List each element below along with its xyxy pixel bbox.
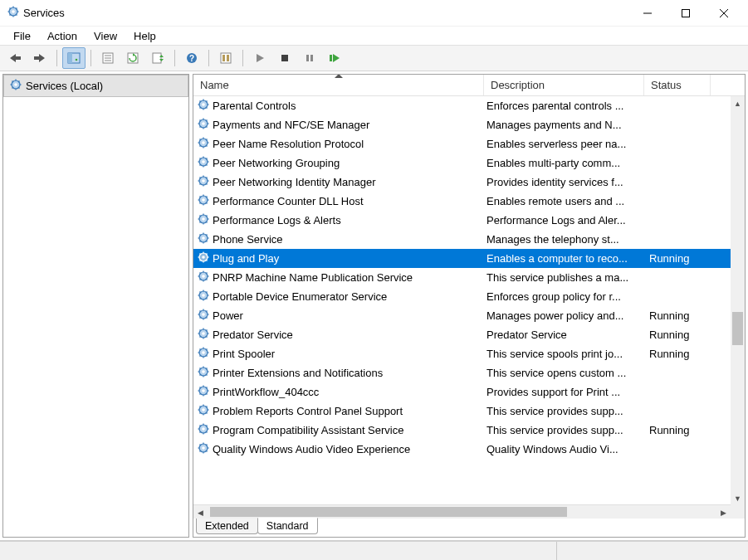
stop-service-button[interactable] (273, 47, 296, 69)
back-button[interactable] (3, 47, 27, 69)
service-row[interactable]: Peer Networking Grouping Enables multi-p… (193, 153, 731, 173)
service-status-cell: Running (644, 252, 711, 265)
service-row[interactable]: Portable Device Enumerator Service Enfor… (193, 287, 731, 306)
service-row[interactable]: Quality Windows Audio Video Experience Q… (193, 440, 731, 459)
svg-rect-25 (153, 53, 161, 63)
close-button[interactable] (705, 0, 743, 27)
menu-action[interactable]: Action (39, 28, 86, 44)
service-description-cell: Manages power policy and... (484, 309, 644, 322)
export-list-button[interactable] (146, 47, 169, 69)
service-row[interactable]: Printer Extensions and Notifications Thi… (193, 363, 731, 382)
service-name-text: Performance Logs & Alerts (213, 214, 341, 226)
service-row[interactable]: Parental Controls Enforces parental cont… (193, 96, 731, 115)
service-row[interactable]: Performance Counter DLL Host Enables rem… (193, 192, 731, 211)
menu-file[interactable]: File (5, 28, 39, 44)
pause-service-button[interactable] (298, 47, 321, 69)
service-name-text: Printer Extensions and Notifications (213, 367, 383, 379)
service-name-text: Print Spooler (213, 348, 275, 360)
horizontal-scrollbar[interactable]: ◀ ▶ (193, 504, 731, 519)
service-description-cell: Performance Logs and Aler... (484, 214, 644, 226)
help-button[interactable]: ? (180, 47, 203, 69)
start-service-button[interactable] (248, 47, 271, 69)
service-name-text: Peer Networking Identity Manager (213, 176, 376, 188)
forward-button[interactable] (28, 47, 51, 69)
service-description-cell: Enables multi-party comm... (484, 157, 644, 169)
svg-point-120 (202, 236, 205, 240)
scroll-thumb-horizontal[interactable] (210, 507, 567, 517)
svg-point-1 (12, 10, 15, 13)
bottom-tabs: Extended Standard (193, 519, 745, 537)
app-icon (7, 5, 20, 21)
svg-point-150 (202, 294, 205, 297)
service-row[interactable]: Payments and NFC/SE Manager Manages paym… (193, 115, 731, 134)
list-rows[interactable]: Parental Controls Enforces parental cont… (193, 96, 731, 504)
vertical-scrollbar[interactable]: ▲ ▼ (731, 96, 745, 505)
gear-icon (197, 212, 210, 228)
titlebar: Services (0, 0, 748, 27)
service-name-text: Power (213, 309, 243, 322)
show-hide-tree-button[interactable] (62, 47, 86, 69)
service-row[interactable]: Problem Reports Control Panel Support Th… (193, 402, 731, 421)
service-row[interactable]: PNRP Machine Name Publication Service Th… (193, 268, 731, 287)
service-name-cell: Peer Networking Identity Manager (193, 174, 484, 190)
service-description-cell: Enforces group policy for r... (484, 290, 644, 303)
service-row[interactable]: Peer Networking Identity Manager Provide… (193, 173, 731, 192)
list-wrap: Name Description Status Parental Control… (193, 75, 745, 519)
svg-point-90 (202, 179, 205, 183)
maximize-button[interactable] (667, 0, 705, 27)
service-row[interactable]: Print Spooler This service spools print … (193, 344, 731, 363)
service-row[interactable]: Predator Service Predator Service Runnin… (193, 325, 731, 344)
tree-root-item[interactable]: Services (Local) (3, 75, 188, 97)
service-row[interactable]: Peer Name Resolution Protocol Enables se… (193, 134, 731, 153)
status-separator (556, 542, 557, 560)
service-name-text: Problem Reports Control Panel Support (213, 405, 403, 417)
service-description-cell: Enforces parental controls ... (484, 100, 644, 112)
gear-icon (197, 422, 210, 438)
column-header-status[interactable]: Status (644, 75, 711, 95)
scroll-left-icon[interactable]: ◀ (193, 505, 208, 519)
service-row[interactable]: Performance Logs & Alerts Performance Lo… (193, 211, 731, 230)
scroll-thumb[interactable] (732, 312, 743, 345)
menu-view[interactable]: View (86, 28, 125, 44)
service-name-cell: Parental Controls (193, 98, 484, 114)
service-description-cell: Provides identity services f... (484, 176, 644, 188)
gear-icon (197, 346, 210, 362)
tree-pane[interactable]: Services (Local) (2, 74, 189, 538)
service-row[interactable]: Plug and Play Enables a computer to reco… (193, 249, 731, 268)
svg-point-180 (202, 351, 205, 354)
service-row[interactable]: Program Compatibility Assistant Service … (193, 421, 731, 440)
service-description-cell: Provides support for Print ... (484, 386, 644, 398)
statusbar (0, 541, 748, 560)
svg-rect-31 (222, 55, 225, 61)
service-description-cell: Manages the telephony st... (484, 233, 644, 246)
properties-button[interactable] (96, 47, 120, 69)
svg-point-60 (202, 122, 205, 125)
tab-standard[interactable]: Standard (257, 518, 318, 534)
service-name-text: Phone Service (213, 233, 283, 246)
service-name-cell: Portable Device Enumerator Service (193, 289, 484, 304)
minimize-button[interactable] (628, 0, 667, 27)
svg-point-70 (202, 141, 205, 144)
scroll-right-icon[interactable]: ▶ (716, 505, 731, 519)
service-row[interactable]: PrintWorkflow_404ccc Provides support fo… (193, 382, 731, 402)
column-header-description[interactable]: Description (484, 75, 644, 95)
service-name-text: PrintWorkflow_404ccc (213, 386, 319, 398)
tab-extended[interactable]: Extended (196, 519, 258, 534)
svg-text:?: ? (189, 54, 194, 63)
svg-point-100 (202, 198, 205, 202)
refresh-button[interactable] (121, 47, 144, 69)
scroll-up-icon[interactable]: ▲ (731, 96, 745, 110)
scroll-down-icon[interactable]: ▼ (731, 491, 745, 505)
svg-point-50 (202, 103, 205, 106)
service-row[interactable]: Phone Service Manages the telephony st..… (193, 230, 731, 249)
restart-service-button[interactable] (323, 47, 346, 69)
svg-point-220 (202, 427, 205, 431)
svg-point-230 (202, 446, 205, 450)
service-name-cell: Plug and Play (193, 251, 484, 266)
menu-help[interactable]: Help (125, 28, 164, 44)
toolbar-extra-button[interactable] (214, 47, 237, 69)
service-row[interactable]: Power Manages power policy and... Runnin… (193, 306, 731, 325)
svg-rect-35 (306, 55, 309, 61)
gear-icon (197, 155, 210, 171)
gear-icon (197, 251, 210, 266)
